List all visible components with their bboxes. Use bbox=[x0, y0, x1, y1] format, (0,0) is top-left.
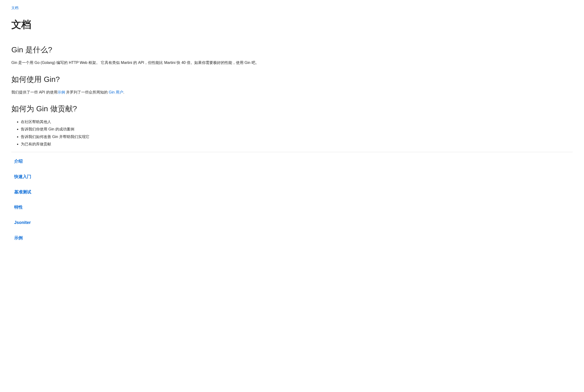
section-heading-what-is-gin: Gin 是什么? bbox=[11, 44, 573, 56]
breadcrumb-docs-link[interactable]: 文档 bbox=[11, 6, 18, 10]
how-to-use-text-suffix: . bbox=[123, 90, 124, 94]
list-item: 在社区帮助其他人 bbox=[21, 119, 573, 125]
how-to-use-text-mid: 并罗列了一些众所周知的 bbox=[65, 90, 109, 94]
section-heading-how-to-contribute: 如何为 Gin 做贡献? bbox=[11, 103, 573, 115]
page-title: 文档 bbox=[11, 16, 573, 32]
list-item: 告诉我们如何改善 Gin 并帮助我们实现它 bbox=[21, 134, 573, 140]
list-item: 为已有的库做贡献 bbox=[21, 141, 573, 147]
examples-link[interactable]: 示例 bbox=[57, 90, 65, 94]
section-body-how-to-use: 我们提供了一些 API 的使用示例 并罗列了一些众所周知的 Gin 用户. bbox=[11, 89, 573, 96]
toc-link-benchmark[interactable]: 基准测试 bbox=[14, 189, 573, 196]
toc-link-examples[interactable]: 示例 bbox=[14, 234, 573, 242]
breadcrumb: 文档 bbox=[11, 5, 573, 11]
toc-link-features[interactable]: 特性 bbox=[14, 204, 573, 211]
toc-link-intro[interactable]: 介绍 bbox=[14, 158, 573, 165]
section-body-what-is-gin: Gin 是一个用 Go (Golang) 编写的 HTTP Web 框架。 它具… bbox=[11, 60, 573, 66]
section-divider bbox=[11, 152, 573, 152]
toc-link-jsoniter[interactable]: Jsoniter bbox=[14, 219, 573, 226]
how-to-use-text-prefix: 我们提供了一些 API 的使用 bbox=[11, 90, 57, 94]
section-heading-how-to-use: 如何使用 Gin? bbox=[11, 74, 573, 86]
gin-users-link[interactable]: Gin 用户 bbox=[109, 90, 123, 94]
list-item: 告诉我们你使用 Gin 的成功案例 bbox=[21, 126, 573, 132]
contribute-list: 在社区帮助其他人 告诉我们你使用 Gin 的成功案例 告诉我们如何改善 Gin … bbox=[11, 119, 573, 147]
toc-links: 介绍 快速入门 基准测试 特性 Jsoniter 示例 bbox=[11, 158, 573, 242]
toc-link-quickstart[interactable]: 快速入门 bbox=[14, 173, 573, 180]
